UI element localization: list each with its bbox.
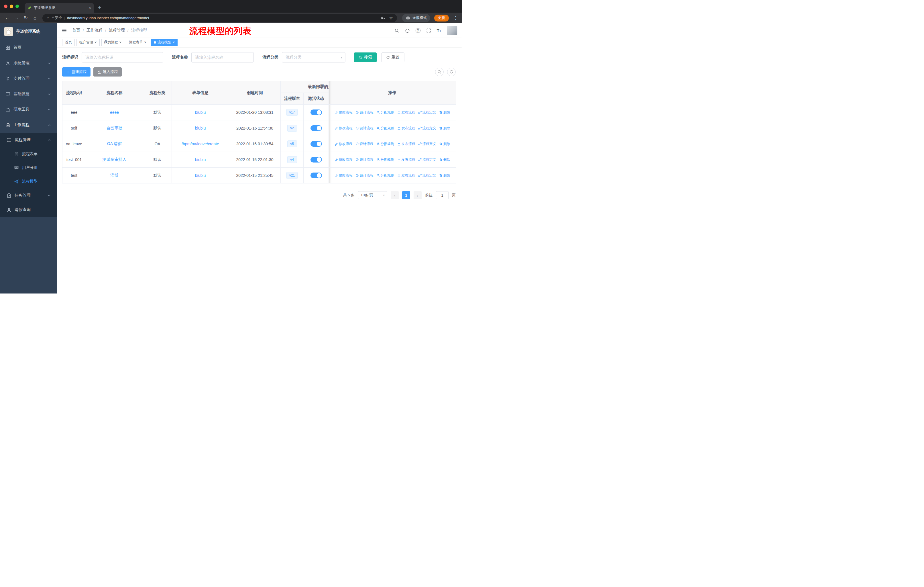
- security-status[interactable]: ⚠ 不安全 |: [46, 15, 65, 20]
- next-page-button[interactable]: ›: [414, 191, 422, 199]
- forward-icon[interactable]: →: [13, 15, 21, 21]
- page-size-select[interactable]: 10条/页 ▾: [358, 191, 387, 199]
- window-zoom-button[interactable]: [15, 5, 19, 8]
- tag-home[interactable]: 首页: [62, 39, 75, 46]
- breadcrumb-item[interactable]: 首页: [72, 28, 80, 33]
- process-name-link[interactable]: 测试多审批人: [102, 157, 127, 162]
- action-publish-link[interactable]: 发布流程: [397, 173, 415, 178]
- process-name-link[interactable]: 滔博: [111, 173, 119, 177]
- help-icon[interactable]: ?: [416, 28, 421, 33]
- search-icon[interactable]: [394, 28, 399, 33]
- action-publish-link[interactable]: 发布流程: [397, 126, 415, 131]
- action-publish-link[interactable]: 发布流程: [397, 142, 415, 147]
- tag-process-model[interactable]: 流程模型 ×: [151, 39, 178, 46]
- sidebar-item-user-group[interactable]: 用户分组: [0, 161, 57, 175]
- refresh-table-button[interactable]: [447, 68, 456, 76]
- reset-button[interactable]: 重置: [381, 53, 404, 62]
- browser-update-button[interactable]: 更新: [434, 15, 449, 21]
- sidebar-item-system[interactable]: 系统管理: [0, 55, 57, 71]
- action-definition-link[interactable]: 流程定义: [418, 142, 436, 147]
- current-page-button[interactable]: 1: [402, 191, 410, 199]
- sidebar-item-infrastructure[interactable]: 基础设施: [0, 86, 57, 102]
- goto-page-input[interactable]: [436, 191, 449, 199]
- new-tab-button[interactable]: +: [98, 5, 101, 11]
- process-name-link[interactable]: 自己审批: [107, 126, 122, 130]
- tag-tenant[interactable]: 租户管理 ×: [76, 39, 100, 46]
- action-delete-link[interactable]: 删除: [439, 126, 450, 131]
- tag-close-icon[interactable]: ×: [144, 40, 146, 44]
- tag-close-icon[interactable]: ×: [119, 40, 122, 44]
- process-name-link[interactable]: eeee: [110, 110, 119, 115]
- tag-close-icon[interactable]: ×: [94, 40, 97, 44]
- form-link[interactable]: /bpm/oa/leave/create: [182, 142, 219, 146]
- address-bar[interactable]: ⚠ 不安全 | dashboard.yudao.iocoder.cn/bpm/m…: [42, 14, 397, 22]
- action-edit-link[interactable]: 修改流程: [335, 126, 353, 131]
- sidebar-item-home[interactable]: 首页: [0, 40, 57, 55]
- process-id-input[interactable]: [82, 52, 163, 63]
- action-assign-link[interactable]: 分配规则: [376, 126, 394, 131]
- reload-icon[interactable]: ↻: [22, 15, 30, 21]
- action-edit-link[interactable]: 修改流程: [335, 173, 353, 178]
- active-toggle[interactable]: [310, 141, 322, 147]
- sidebar-collapse-icon[interactable]: [61, 28, 67, 33]
- action-edit-link[interactable]: 修改流程: [335, 142, 353, 147]
- action-design-link[interactable]: 设计流程: [355, 157, 373, 162]
- text-size-icon[interactable]: TT: [437, 28, 441, 33]
- process-name-link[interactable]: OA 请假: [107, 141, 122, 146]
- action-design-link[interactable]: 设计流程: [355, 126, 373, 131]
- action-assign-link[interactable]: 分配规则: [376, 173, 394, 178]
- prev-page-button[interactable]: ‹: [391, 191, 399, 199]
- breadcrumb-item[interactable]: 流程管理: [109, 28, 125, 33]
- back-icon[interactable]: ←: [3, 15, 12, 21]
- import-process-button[interactable]: 导入流程: [93, 67, 122, 76]
- active-toggle[interactable]: [310, 157, 322, 162]
- browser-menu-icon[interactable]: ⋮: [453, 15, 459, 21]
- search-button[interactable]: 搜索: [354, 53, 377, 62]
- action-definition-link[interactable]: 流程定义: [418, 110, 436, 115]
- password-key-icon[interactable]: [381, 16, 385, 20]
- action-delete-link[interactable]: 删除: [439, 142, 450, 147]
- sidebar-item-workflow[interactable]: 工作流程: [0, 117, 57, 133]
- show-search-button[interactable]: [435, 68, 444, 76]
- user-avatar[interactable]: [447, 26, 457, 35]
- action-edit-link[interactable]: 修改流程: [335, 110, 353, 115]
- home-icon[interactable]: ⌂: [31, 15, 39, 21]
- action-definition-link[interactable]: 流程定义: [418, 126, 436, 131]
- breadcrumb-item[interactable]: 工作流程: [86, 28, 102, 33]
- sidebar-item-process-form[interactable]: 流程表单: [0, 147, 57, 161]
- action-definition-link[interactable]: 流程定义: [418, 173, 436, 178]
- action-design-link[interactable]: 设计流程: [355, 110, 373, 115]
- form-link[interactable]: biubiu: [195, 110, 206, 115]
- sidebar-item-task-management[interactable]: 任务管理: [0, 189, 57, 203]
- active-toggle[interactable]: [310, 172, 322, 178]
- tab-close-icon[interactable]: ×: [89, 5, 91, 10]
- tag-close-icon[interactable]: ×: [173, 40, 175, 44]
- active-toggle[interactable]: [310, 125, 322, 131]
- active-toggle[interactable]: [310, 109, 322, 115]
- create-process-button[interactable]: 新建流程: [62, 67, 91, 76]
- sidebar-item-process-model[interactable]: 流程模型: [0, 175, 57, 189]
- browser-tab[interactable]: 芋道管理系统 ×: [25, 3, 94, 13]
- window-minimize-button[interactable]: [10, 5, 13, 8]
- action-definition-link[interactable]: 流程定义: [418, 157, 436, 162]
- action-publish-link[interactable]: 发布流程: [397, 110, 415, 115]
- tag-process-form[interactable]: 流程表单 ×: [126, 39, 149, 46]
- tag-my-process[interactable]: 我的流程 ×: [101, 39, 125, 46]
- action-design-link[interactable]: 设计流程: [355, 173, 373, 178]
- action-assign-link[interactable]: 分配规则: [376, 142, 394, 147]
- sidebar-item-process-management[interactable]: 流程管理: [0, 133, 57, 147]
- sidebar-item-devtools[interactable]: 研发工具: [0, 102, 57, 117]
- github-icon[interactable]: [405, 28, 410, 33]
- window-close-button[interactable]: [4, 5, 7, 8]
- action-assign-link[interactable]: 分配规则: [376, 110, 394, 115]
- sidebar-item-leave-query[interactable]: 请假查询: [0, 203, 57, 217]
- action-delete-link[interactable]: 删除: [439, 110, 450, 115]
- action-delete-link[interactable]: 删除: [439, 173, 450, 178]
- form-link[interactable]: biubiu: [195, 157, 206, 162]
- fullscreen-icon[interactable]: [426, 28, 431, 33]
- bookmark-star-icon[interactable]: ☆: [389, 15, 393, 21]
- process-name-input[interactable]: [191, 52, 254, 63]
- form-link[interactable]: biubiu: [195, 126, 206, 131]
- action-design-link[interactable]: 设计流程: [355, 142, 373, 147]
- action-publish-link[interactable]: 发布流程: [397, 157, 415, 162]
